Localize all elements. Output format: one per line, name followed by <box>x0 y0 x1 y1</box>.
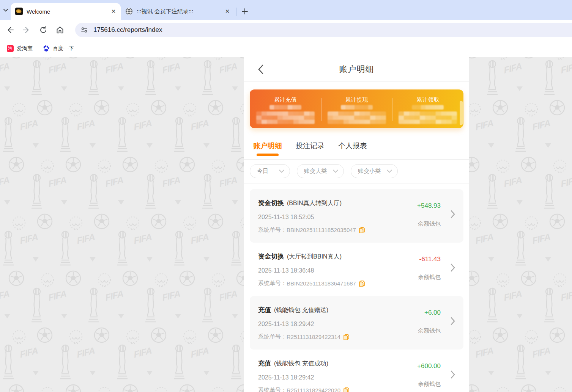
triangle-icon <box>33 257 39 262</box>
bookmark-baidu[interactable]: 百度一下 <box>39 43 77 53</box>
order-number: R2511131829422020 <box>287 387 340 392</box>
soccer-ball-icon <box>179 57 195 59</box>
tab-personal-report[interactable]: 个人报表 <box>338 141 367 159</box>
soccer-ball-icon <box>150 327 167 343</box>
tab-betting-records[interactable]: :::视讯 会员下注纪录::: ✕ <box>121 3 235 20</box>
soccer-ball-icon <box>207 99 224 116</box>
soccer-ball-icon <box>8 156 25 173</box>
forward-button[interactable] <box>20 23 33 37</box>
background-pattern-tile: FIFA <box>484 383 541 392</box>
soccer-ball-icon <box>179 156 195 173</box>
copy-icon[interactable] <box>344 387 349 392</box>
section-tabs: 账户明细 投注记录 个人报表 <box>244 128 469 160</box>
transaction-row[interactable]: 充值 (钱能钱包 充值赠送) 2025-11-13 18:29:42 系统单号：… <box>250 296 463 350</box>
triangle-icon <box>118 200 124 205</box>
fifa-watermark: FIFA <box>48 288 67 303</box>
fifa-watermark: FIFA <box>503 288 522 303</box>
fifa-watermark: FIFA <box>532 118 551 132</box>
background-pattern-tile: FIFA <box>28 269 85 326</box>
trophy-icon <box>172 343 187 381</box>
close-icon[interactable]: ✕ <box>224 8 231 15</box>
fifa-watermark: FIFA <box>105 288 124 303</box>
page-title: 账户明细 <box>339 64 374 75</box>
background-pattern-tile: FIFA <box>0 99 57 155</box>
soccer-ball-icon <box>549 99 566 116</box>
transaction-subtype: (钱能钱包 充值赠送) <box>274 306 328 314</box>
back-chevron-icon[interactable] <box>255 57 267 82</box>
trophy-icon <box>513 116 528 154</box>
triangle-icon <box>203 143 210 148</box>
trophy-icon <box>485 173 500 211</box>
copy-icon[interactable] <box>344 334 349 340</box>
home-button[interactable] <box>53 23 67 37</box>
fifa-watermark: FIFA <box>105 61 124 75</box>
transaction-row[interactable]: 资金切换 (BBIN真人转到大厅) 2025-11-13 18:52:05 系统… <box>250 189 463 243</box>
copy-icon[interactable] <box>359 227 365 233</box>
trophy-icon <box>1 230 16 268</box>
chevron-right-icon[interactable] <box>451 263 455 272</box>
soccer-ball-icon <box>207 213 224 230</box>
bookmark-aitaobao[interactable]: 淘 爱淘宝 <box>4 44 36 53</box>
stat-total-deposit: 累计充值 <box>250 96 321 128</box>
trophy-icon <box>58 116 73 154</box>
tab-betting-history[interactable]: 投注记录 <box>296 141 325 159</box>
trophy-icon <box>228 116 244 154</box>
background-pattern-tile: FIFA <box>0 155 28 212</box>
background-pattern-tile: FIFA <box>28 155 85 212</box>
background-pattern-tile: FIFA <box>85 155 142 212</box>
page-viewport: FIFA FIFA <box>0 57 572 392</box>
triangle-icon <box>517 86 523 91</box>
filter-major-category[interactable]: 账变大类 <box>297 164 344 178</box>
club-world-cup-badge-icon <box>96 386 113 392</box>
tab-label: 投注记录 <box>296 142 325 150</box>
transaction-right: +548.93 余额钱包 <box>417 202 441 227</box>
background-pattern-tile: FIFA <box>57 326 114 383</box>
chevron-right-icon[interactable] <box>451 210 455 218</box>
baidu-paw-icon <box>43 45 50 52</box>
filter-date[interactable]: 今日 <box>250 164 290 178</box>
url-text[interactable]: 175616.cc/reports/index <box>93 26 162 34</box>
trophy-icon <box>570 343 572 381</box>
transaction-right: +6.00 余额钱包 <box>418 309 441 334</box>
fifa-watermark: FIFA <box>503 61 522 75</box>
site-settings-tune-icon[interactable] <box>80 26 88 34</box>
background-pattern-tile: FIFA <box>484 269 541 326</box>
fifa-watermark: FIFA <box>475 231 494 246</box>
trophy-icon <box>58 343 73 381</box>
reload-button[interactable] <box>36 23 50 37</box>
chevron-right-icon[interactable] <box>451 370 455 379</box>
triangle-icon <box>175 314 181 318</box>
new-tab-button[interactable] <box>240 6 250 17</box>
background-pattern-tile: FIFA <box>171 212 228 269</box>
tab-title: Welcome <box>27 8 110 15</box>
background-pattern-tile: FIFA <box>114 212 171 269</box>
tab-search-chevron-icon[interactable] <box>1 5 11 15</box>
transaction-row[interactable]: 资金切换 (大厅转到BBIN真人) 2025-11-13 18:36:48 系统… <box>250 243 463 296</box>
back-button[interactable] <box>3 23 17 37</box>
url-bar[interactable]: 175616.cc/reports/index <box>75 23 572 37</box>
background-pattern-tile: FIFA <box>541 269 572 326</box>
transaction-right: -611.43 余额钱包 <box>418 256 441 281</box>
stat-total-withdrawal: 累计提现 <box>321 96 392 128</box>
background-pattern-tile: FIFA <box>85 57 142 99</box>
close-icon[interactable]: ✕ <box>110 8 117 15</box>
background-pattern-tile: FIFA <box>57 99 114 155</box>
tab-account-detail[interactable]: 账户明细 <box>253 141 282 159</box>
copy-icon[interactable] <box>359 280 365 287</box>
tab-welcome[interactable]: Welcome ✕ <box>11 3 121 20</box>
transaction-row[interactable]: 充值 (钱能钱包 充值成功) 2025-11-13 18:29:42 系统单号：… <box>250 350 463 392</box>
background-pattern-tile: FIFA <box>0 326 57 383</box>
background-pattern-tile: FIFA <box>541 383 572 392</box>
background-pattern-tile: FIFA <box>0 57 28 99</box>
trophy-icon <box>542 173 557 211</box>
triangle-icon <box>545 371 551 375</box>
triangle-icon <box>545 143 551 148</box>
background-pattern-tile: FIFA <box>0 269 28 326</box>
chevron-right-icon[interactable] <box>451 317 455 325</box>
chevron-down-icon <box>387 169 392 173</box>
filter-minor-category[interactable]: 账变小类 <box>351 164 398 178</box>
tab-title: :::视讯 会员下注纪录::: <box>137 8 224 15</box>
triangle-icon <box>232 86 238 91</box>
globe-icon <box>125 8 133 15</box>
tab-label: 账户明细 <box>253 142 282 150</box>
